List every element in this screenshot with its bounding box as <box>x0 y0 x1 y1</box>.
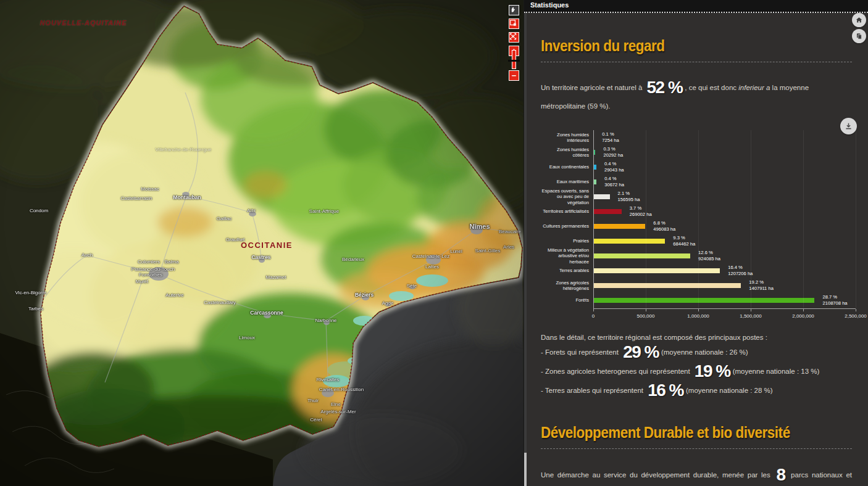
chart-category-label: Zones humides intérieures <box>541 130 593 145</box>
chart-category-label: Eaux maritimes <box>541 175 593 189</box>
section-title-inversion: Inversion du regard <box>541 36 866 56</box>
chart-value-label: 16.4 %1207206 ha <box>728 265 753 277</box>
x-axis-tick <box>751 309 751 311</box>
chart-value-label: 2.1 %156595 ha <box>618 191 640 203</box>
chart-bar <box>593 194 610 199</box>
chart-value-label: 0.1 %7254 ha <box>602 131 619 144</box>
detail-heading: Dans le détail, ce territoire régional e… <box>541 332 852 342</box>
para-big-parcs: 8 <box>774 465 787 484</box>
statistics-panel: Statistiques Inversion du regard Un terr… <box>524 0 868 486</box>
chart-category-label: Zones agricoles hétérogènes <box>541 278 593 293</box>
chart-value-label: 6.8 %496083 ha <box>653 220 675 233</box>
chart-bar <box>593 268 720 273</box>
x-axis-tick-label: 2,000,000 <box>792 313 814 319</box>
intro-big-value: 52 % <box>644 78 685 97</box>
dynamic-pages-button[interactable] <box>852 29 866 43</box>
bullet-zones-agricoles: - Zones agricoles heterogenes qui représ… <box>541 362 852 381</box>
map-canvas[interactable]: NOUVELLE-AQUITAINEOCCITANIEVillefranche-… <box>0 0 524 486</box>
chart-gridline <box>698 130 699 308</box>
panel-titlebar: Statistiques <box>524 0 868 13</box>
x-axis-tick-label: 0 <box>592 313 595 319</box>
chart-gridline <box>751 130 751 308</box>
pan-hand-icon <box>509 6 517 13</box>
chart-value-label: 28.7 %2108708 ha <box>822 294 847 307</box>
chart-value-label: 0.4 %30672 ha <box>604 176 624 188</box>
bullet-forets: - Forets qui représentent 29 %(moyenne n… <box>541 343 852 361</box>
x-axis-tick-label: 2,500,000 <box>845 313 867 319</box>
pan-tool-button[interactable] <box>509 5 519 15</box>
section-divider <box>541 448 852 449</box>
chart-bar <box>593 224 645 229</box>
chart-bar <box>593 298 814 303</box>
bottom-paragraph: Une démarche au service du développement… <box>541 465 852 486</box>
zoom-window-button[interactable] <box>509 19 519 29</box>
bullet-pre: - Forets qui représentent <box>541 348 620 356</box>
bullet-big-value: 19 % <box>692 361 733 381</box>
zoom-window-icon <box>509 19 517 27</box>
chart-track: 3.7 %269002 ha <box>593 204 856 219</box>
chart-track: 0.4 %29043 ha <box>593 160 856 175</box>
intro-paragraph: Un territoire agricole et naturel à 52 %… <box>541 78 852 115</box>
chart-value-label: 9.3 %684462 ha <box>673 235 695 247</box>
chart-bar <box>593 253 690 258</box>
chart-track: 12.6 %924085 ha <box>593 249 856 263</box>
x-axis-tick <box>803 309 804 311</box>
chart-gridline <box>856 130 856 308</box>
chart-category-label: Forêts <box>541 293 593 308</box>
download-icon <box>845 122 853 130</box>
chart-category-label: Eaux continentales <box>541 160 593 175</box>
chart-value-label: 0.3 %20292 ha <box>603 146 623 159</box>
download-chart-button[interactable] <box>840 118 857 134</box>
full-extent-button[interactable] <box>509 32 519 43</box>
home-button[interactable] <box>852 13 866 27</box>
panel-scrollbar-thumb[interactable] <box>524 453 527 486</box>
x-axis-tick-label: 500,000 <box>637 313 655 319</box>
intro-italic: inferieur a <box>738 84 770 91</box>
chart-bar <box>593 283 741 288</box>
chart-value-label: 12.6 %924085 ha <box>698 250 720 262</box>
bullet-pre: - Terres arables qui représentent <box>541 387 645 394</box>
chart-track: 0.3 %20292 ha <box>593 145 856 160</box>
chart-bar <box>593 239 665 244</box>
chart-track: 0.4 %30672 ha <box>593 175 856 189</box>
zoom-slider-handle[interactable] <box>508 60 520 62</box>
zoom-out-button[interactable]: − <box>509 70 519 81</box>
chart-track: 2.1 %156595 ha <box>593 189 856 204</box>
chart-track: 16.4 %1207206 ha <box>593 263 856 278</box>
intro-pre: Un territoire agricole et naturel à <box>541 84 644 91</box>
chart-value-label: 3.7 %269002 ha <box>630 205 652 218</box>
app: { "panel": { "titlebar": "Statistiques",… <box>0 0 868 486</box>
section-divider <box>541 62 852 62</box>
chart-category-label: Milieux à végétation arbustive et/ou her… <box>541 249 593 263</box>
section-title-developpement: Développement Durable et bio diversité <box>541 423 866 442</box>
chart-axis <box>593 130 594 308</box>
panel-scrollbar-track[interactable] <box>524 13 527 486</box>
chart-value-label: 19.2 %1407911 ha <box>749 279 774 292</box>
bullet-terres-arables: - Terres arables qui représentent 16 %(m… <box>541 381 852 400</box>
home-icon <box>856 16 862 24</box>
chart-gridline <box>803 130 804 308</box>
x-axis-tick <box>593 309 594 311</box>
panel-content[interactable]: Inversion du regard Un territoire agrico… <box>524 13 868 486</box>
chart-category-label: Cultures permanentes <box>541 219 593 234</box>
chart-category-label: Territoires artificialisés <box>541 204 593 219</box>
bullet-post: (moyenne nationale : 28 %) <box>686 387 773 394</box>
panel-title: Statistiques <box>530 1 569 9</box>
chart-value-label: 0.4 %29043 ha <box>604 161 624 173</box>
map-artwork <box>0 0 524 486</box>
bullet-pre: - Zones agricoles heterogenes qui représ… <box>541 368 692 375</box>
chart-track: 9.3 %684462 ha <box>593 234 856 249</box>
x-axis-tick <box>856 309 856 311</box>
bullet-post: (moyenne nationale : 13 %) <box>733 368 820 375</box>
pages-icon <box>856 32 862 40</box>
x-axis-tick <box>646 309 646 311</box>
chart-track: 0.1 %7254 ha <box>593 130 856 145</box>
zoom-out-icon: − <box>512 73 517 79</box>
chart-bar <box>593 209 622 214</box>
chart-category-label: Zones humides côtières <box>541 145 593 160</box>
bullet-post: (moyenne nationale : 26 %) <box>661 348 748 356</box>
full-extent-icon <box>509 33 517 40</box>
chart-category-label: Espaces ouverts, sans ou avec peu de vég… <box>541 189 593 204</box>
chart-track: 28.7 %2108708 ha <box>593 293 856 308</box>
x-axis-tick-label: 1,000,000 <box>687 313 709 319</box>
